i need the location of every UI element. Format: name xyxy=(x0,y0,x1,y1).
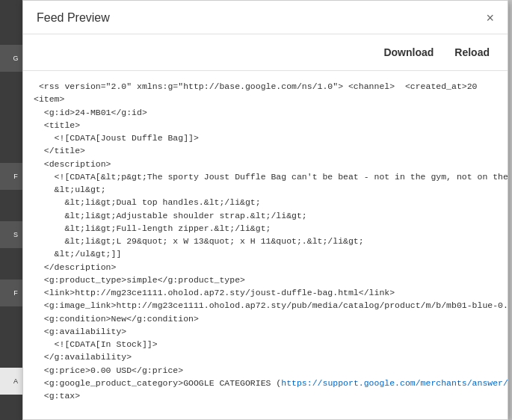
google-categories-link[interactable]: https://support.google.com/merchants/ans… xyxy=(281,378,508,388)
modal-header: Feed Preview × xyxy=(23,1,508,34)
sidebar-item-label: G xyxy=(13,55,18,62)
modal-overlay: G F S F A Feed Preview × Download Reload xyxy=(0,0,512,420)
sidebar-item-label: S xyxy=(13,231,18,238)
xml-content[interactable]: <rss version="2.0" xmlns:g="http://base.… xyxy=(23,71,508,419)
download-button[interactable]: Download xyxy=(379,43,438,61)
feed-preview-modal: Feed Preview × Download Reload <rss vers… xyxy=(22,0,508,420)
sidebar-item-label: F xyxy=(13,289,18,297)
modal-title: Feed Preview xyxy=(37,11,110,25)
modal-close-button[interactable]: × xyxy=(486,11,494,25)
sidebar-item-label: A xyxy=(13,377,18,385)
reload-button[interactable]: Reload xyxy=(450,43,494,61)
modal-toolbar: Download Reload xyxy=(23,34,508,71)
sidebar-item-label: F xyxy=(13,173,18,180)
modal-content-area: <rss version="2.0" xmlns:g="http://base.… xyxy=(23,71,508,419)
